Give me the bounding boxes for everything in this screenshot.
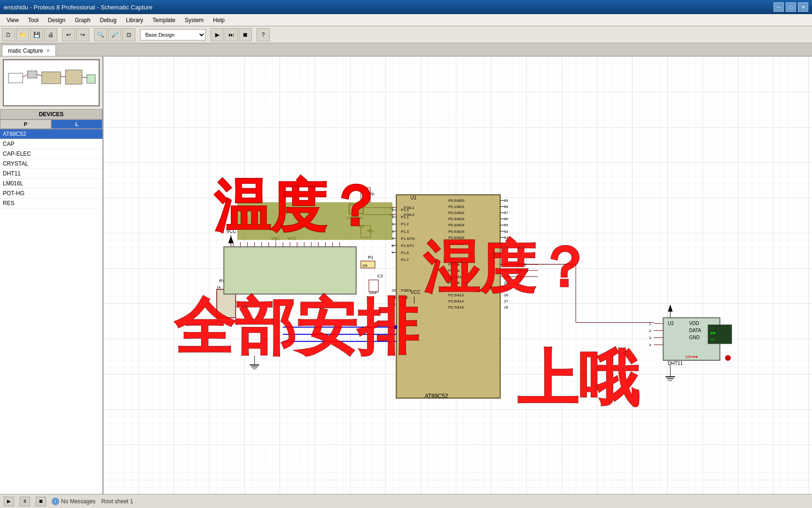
svg-text:GND: GND — [689, 335, 700, 340]
new-button[interactable]: 🗋 — [2, 28, 15, 41]
device-item-lm016l[interactable]: LM016L — [0, 179, 102, 189]
tab-label: matic Capture — [8, 48, 43, 54]
svg-text:U1: U1 — [410, 195, 416, 200]
device-item-at89c52[interactable]: AT89C52 — [0, 129, 102, 139]
svg-text:ALE: ALE — [401, 295, 408, 300]
play-button[interactable]: ▶ — [4, 497, 14, 506]
svg-text:22: 22 — [504, 269, 508, 273]
zoom-out-button[interactable]: 🔎 — [108, 28, 121, 41]
device-item-res[interactable]: RES — [0, 198, 102, 208]
menu-item-system[interactable]: System — [180, 16, 208, 25]
svg-text:P0.2/AD2: P0.2/AD2 — [448, 211, 465, 215]
schematic-area[interactable]: AT89C52 U1 P1.0 P1.1 P1.2 P1.3 P1.4/TD P… — [103, 56, 812, 494]
titlebar-controls: ─ □ ✕ — [773, 2, 808, 12]
svg-text:P2.0/A: P2.0/A — [448, 262, 460, 267]
svg-text:P2.4/A: P2.4/A — [448, 287, 460, 291]
svg-text:DATA: DATA — [689, 328, 702, 333]
print-button[interactable]: 🖨 — [44, 28, 57, 41]
svg-text:C2: C2 — [359, 224, 364, 229]
toolbar: 🗋 📁 💾 🖨 ↩ ↪ 🔍 🔎 ⊡ Base Design ▶ ⏭ ⏹ ? — [0, 26, 812, 43]
menu-item-debug[interactable]: Debug — [95, 16, 121, 25]
device-item-pot-hg[interactable]: POT-HG — [0, 189, 102, 198]
schematic-thumbnail — [3, 59, 100, 106]
svg-rect-2 — [28, 71, 37, 78]
main-layout: DEVICES P L AT89C52CAPCAP-ELECCRYSTALDHT… — [0, 56, 812, 494]
info-icon: i — [52, 498, 59, 505]
pause-button[interactable]: ⏸ — [20, 497, 30, 506]
device-tab-p[interactable]: P — [0, 119, 51, 129]
thumbnail-svg — [4, 60, 99, 105]
svg-text:VCC: VCC — [226, 229, 236, 234]
svg-text:38: 38 — [504, 205, 508, 209]
svg-text:28: 28 — [504, 305, 508, 310]
help-button[interactable]: ? — [257, 28, 270, 41]
step-button[interactable]: ⏭ — [225, 28, 238, 41]
svg-text:XTAL2: XTAL2 — [403, 213, 414, 217]
statusbar: ▶ ⏸ ⏹ i No Messages Root sheet 1 — [0, 494, 812, 508]
svg-text:VCC: VCC — [288, 236, 297, 241]
open-button[interactable]: 📁 — [16, 28, 29, 41]
svg-text:4: 4 — [391, 230, 394, 234]
svg-text:P2.1/A: P2.1/A — [448, 269, 460, 273]
device-item-cap[interactable]: CAP — [0, 139, 102, 149]
svg-text:19: 19 — [389, 206, 393, 210]
menu-item-view[interactable]: View — [2, 16, 23, 25]
save-button[interactable]: 💾 — [30, 28, 43, 41]
svg-text:P2.3/A: P2.3/A — [448, 281, 460, 285]
svg-text:P1.4/TD: P1.4/TD — [401, 237, 415, 241]
svg-text:EA: EA — [401, 302, 406, 307]
svg-text:U2: U2 — [668, 321, 674, 326]
svg-text:3: 3 — [649, 336, 651, 340]
svg-text:33: 33 — [504, 236, 508, 240]
svg-text:P1.7: P1.7 — [401, 258, 409, 262]
svg-rect-4 — [65, 70, 82, 84]
restore-button[interactable]: □ — [786, 2, 796, 12]
design-dropdown[interactable]: Base Design — [140, 29, 206, 40]
fit-button[interactable]: ⊡ — [122, 28, 135, 41]
svg-rect-112 — [369, 280, 378, 292]
stop-button[interactable]: ⏹ — [239, 28, 252, 41]
zoom-in-button[interactable]: 🔍 — [94, 28, 107, 41]
svg-rect-126 — [224, 247, 356, 294]
tabbar: matic Capture ✕ — [0, 43, 812, 56]
svg-text:VDD: VDD — [689, 321, 699, 326]
menu-item-help[interactable]: Help — [208, 16, 229, 25]
redo-button[interactable]: ↪ — [76, 28, 89, 41]
svg-text:C1: C1 — [359, 186, 364, 191]
device-item-dht11[interactable]: DHT11 — [0, 169, 102, 179]
svg-text:P1.6: P1.6 — [401, 251, 409, 255]
menubar: ViewToolDesignGraphDebugLibraryTemplateS… — [0, 14, 812, 26]
titlebar: ensshidu - Proteus 8 Professional - Sche… — [0, 0, 812, 14]
menu-item-template[interactable]: Template — [148, 16, 180, 25]
device-tab-l[interactable]: L — [51, 119, 102, 129]
svg-text:4: 4 — [649, 343, 651, 347]
svg-text:30p: 30p — [368, 191, 375, 196]
menu-item-graph[interactable]: Graph — [70, 16, 95, 25]
svg-text:31: 31 — [391, 302, 396, 307]
svg-text:35: 35 — [504, 223, 508, 227]
device-item-cap-elec[interactable]: CAP-ELEC — [0, 149, 102, 159]
svg-point-159 — [725, 355, 731, 361]
tab-close-icon[interactable]: ✕ — [46, 48, 50, 53]
run-button[interactable]: ▶ — [211, 28, 224, 41]
close-button[interactable]: ✕ — [798, 2, 808, 12]
svg-text:25: 25 — [504, 287, 508, 291]
svg-text:34: 34 — [504, 230, 508, 234]
menu-item-design[interactable]: Design — [43, 16, 70, 25]
circuit-svg: AT89C52 U1 P1.0 P1.1 P1.2 P1.3 P1.4/TD P… — [103, 56, 812, 494]
schematic-tab[interactable]: matic Capture ✕ — [2, 45, 56, 56]
menu-item-library[interactable]: Library — [121, 16, 148, 25]
svg-text:24: 24 — [504, 281, 508, 285]
svg-text:P2.7/A15: P2.7/A15 — [448, 305, 464, 310]
svg-text:5: 5 — [391, 237, 394, 241]
stop-status-button[interactable]: ⏹ — [36, 497, 46, 506]
svg-text:■■: ■■ — [710, 331, 716, 335]
svg-text:P1.2: P1.2 — [401, 222, 409, 226]
svg-text:1: 1 — [649, 322, 651, 326]
device-item-crystal[interactable]: CRYSTAL — [0, 159, 102, 169]
svg-text:LC 1: LC 1 — [243, 219, 253, 224]
minimize-button[interactable]: ─ — [773, 2, 784, 12]
menu-item-tool[interactable]: Tool — [23, 16, 43, 25]
undo-button[interactable]: ↩ — [62, 28, 75, 41]
svg-text:21: 21 — [504, 262, 508, 267]
